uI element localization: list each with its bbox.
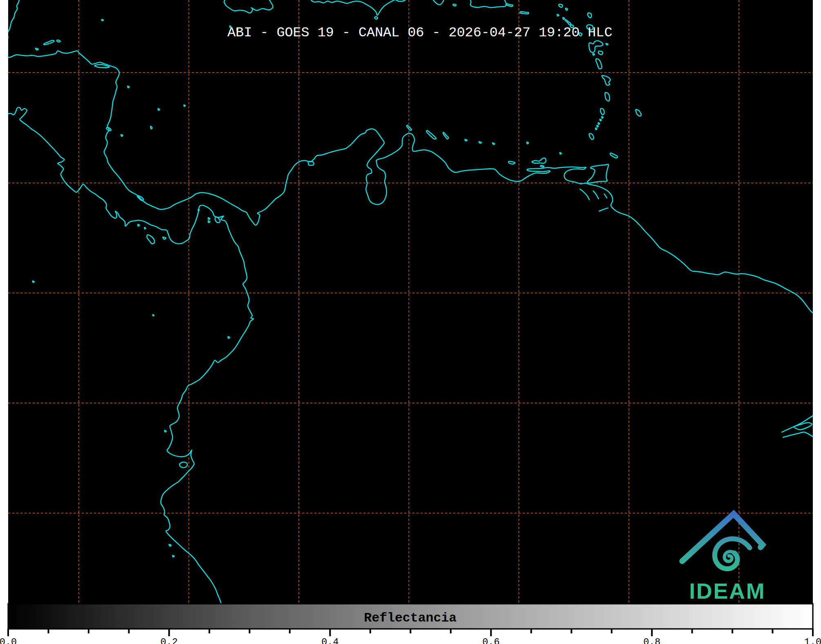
svg-text:0.8: 0.8 <box>643 637 661 644</box>
svg-text:1.0: 1.0 <box>804 637 821 644</box>
svg-text:ABI - GOES 19 - CANAL 06 - 202: ABI - GOES 19 - CANAL 06 - 2026-04-27 19… <box>227 25 612 40</box>
svg-text:IDEAM: IDEAM <box>689 579 765 603</box>
svg-text:0.4: 0.4 <box>321 637 338 644</box>
svg-text:0.6: 0.6 <box>482 637 499 644</box>
svg-text:0.0: 0.0 <box>0 637 17 644</box>
svg-text:Reflectancia: Reflectancia <box>364 611 457 625</box>
svg-text:0.2: 0.2 <box>160 637 178 644</box>
